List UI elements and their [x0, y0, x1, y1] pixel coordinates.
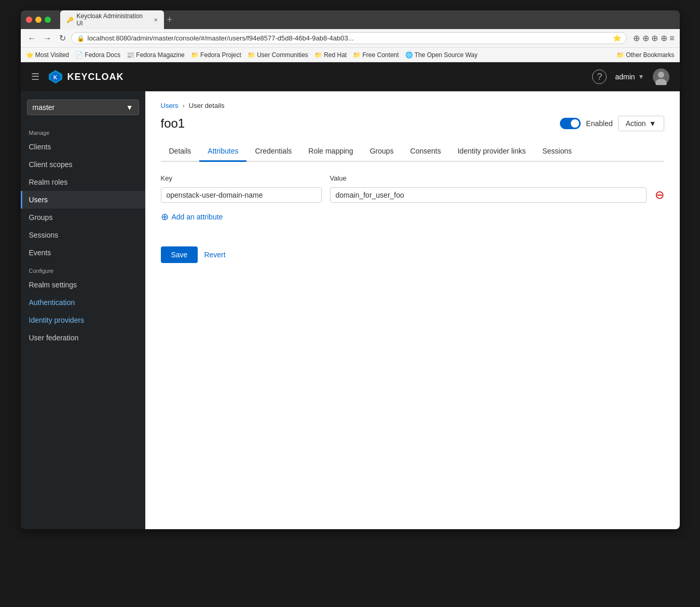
bookmark-free-content[interactable]: 📁 Free Content [353, 51, 399, 59]
attribute-headers: Key Value [161, 174, 664, 182]
groups-label: Groups [29, 213, 53, 222]
delete-icon: ⊖ [655, 188, 664, 202]
tab-groups[interactable]: Groups [362, 142, 402, 162]
tab-consents[interactable]: Consents [402, 142, 449, 162]
bookmark-other[interactable]: 📁 Other Bookmarks [616, 51, 675, 59]
close-button[interactable] [26, 17, 32, 23]
breadcrumb-separator: › [182, 102, 184, 109]
tab-identity-provider-links[interactable]: Identity provider links [449, 142, 534, 162]
app-body: master ▼ Manage Clients Client scopes Re… [21, 91, 680, 529]
svg-point-3 [658, 72, 664, 78]
enabled-label: Enabled [586, 119, 612, 128]
realm-settings-label: Realm settings [29, 281, 77, 289]
tab-consents-label: Consents [410, 147, 441, 155]
user-dropdown-icon: ▼ [638, 73, 644, 80]
enabled-toggle[interactable] [560, 118, 581, 129]
sidebar-item-groups[interactable]: Groups [21, 209, 145, 226]
realm-dropdown-icon: ▼ [126, 103, 133, 112]
value-header: Value [330, 174, 640, 182]
browser-nav: ← → ↻ 🔒 localhost:8080/admin/master/cons… [21, 29, 680, 48]
url-display: localhost:8080/admin/master/console/#/ma… [88, 34, 354, 42]
key-header: Key [161, 174, 322, 182]
browser-tabs: 🔑 Keycloak Administration UI ✕ + [60, 10, 675, 29]
sidebar: master ▼ Manage Clients Client scopes Re… [21, 91, 145, 529]
tab-role-mapping-label: Role mapping [308, 147, 353, 155]
topnav-logo: K KEYCLOAK [48, 69, 124, 85]
clients-label: Clients [29, 143, 51, 151]
user-menu[interactable]: admin ▼ [615, 73, 644, 81]
sidebar-item-events[interactable]: Events [21, 244, 145, 261]
sidebar-item-client-scopes[interactable]: Client scopes [21, 156, 145, 173]
hamburger-menu[interactable]: ☰ [31, 71, 39, 82]
bookmark-open-source[interactable]: 🌐 The Open Source Way [405, 51, 478, 59]
action-dropdown-icon: ▼ [649, 119, 656, 128]
tab-sessions[interactable]: Sessions [534, 142, 580, 162]
enabled-toggle-area: Enabled Action ▼ [560, 116, 664, 131]
tabs: Details Attributes Credentials Role mapp… [161, 142, 664, 162]
help-icon: ? [597, 72, 602, 82]
add-attribute-link[interactable]: ⊕ Add an attribute [161, 211, 664, 223]
tab-credentials[interactable]: Credentials [246, 142, 300, 162]
save-button[interactable]: Save [161, 246, 198, 263]
revert-button[interactable]: Revert [204, 251, 225, 259]
attribute-delete-button[interactable]: ⊖ [655, 188, 664, 202]
sessions-label: Sessions [29, 231, 59, 239]
attribute-value-input[interactable] [330, 187, 647, 203]
bookmark-user-communities[interactable]: 📁 User Communities [248, 51, 308, 59]
logo-text: KEYCLOAK [67, 72, 124, 82]
avatar[interactable] [653, 68, 669, 85]
tab-details[interactable]: Details [161, 142, 200, 162]
help-button[interactable]: ? [592, 70, 607, 84]
user-label: admin [615, 73, 635, 81]
extensions-area: ⊕ ⊕ ⊕ ⊕ ≡ [633, 33, 674, 43]
authentication-label: Authentication [29, 298, 75, 307]
page-header: foo1 Enabled Action ▼ [161, 116, 664, 131]
tab-groups-label: Groups [370, 147, 394, 155]
client-scopes-label: Client scopes [29, 160, 73, 169]
tab-close-icon[interactable]: ✕ [154, 17, 158, 23]
form-actions: Save Revert [161, 238, 664, 263]
maximize-button[interactable] [45, 17, 51, 23]
sidebar-item-clients[interactable]: Clients [21, 138, 145, 156]
bookmarks-bar: ⭐ Most Visited 📄 Fedora Docs 📰 Fedora Ma… [21, 48, 680, 62]
bookmark-red-hat[interactable]: 📁 Red Hat [314, 51, 347, 59]
attribute-key-input[interactable] [161, 187, 322, 203]
content-area: Users › User details foo1 Enabled Action… [145, 91, 680, 529]
active-tab[interactable]: 🔑 Keycloak Administration UI ✕ [60, 10, 164, 29]
avatar-icon [653, 68, 669, 85]
tab-role-mapping[interactable]: Role mapping [300, 142, 361, 162]
minimize-button[interactable] [35, 17, 42, 23]
tab-attributes[interactable]: Attributes [199, 142, 246, 162]
realm-selector[interactable]: master ▼ [27, 100, 139, 115]
sidebar-item-authentication[interactable]: Authentication [21, 294, 145, 311]
keycloak-logo-icon: K [48, 69, 63, 85]
reload-button[interactable]: ↻ [57, 31, 68, 45]
address-bar[interactable]: 🔒 localhost:8080/admin/master/console/#/… [71, 32, 627, 44]
new-tab-button[interactable]: + [167, 15, 173, 25]
configure-section-label: Configure [21, 261, 145, 276]
sidebar-item-realm-settings[interactable]: Realm settings [21, 276, 145, 294]
browser-titlebar: 🔑 Keycloak Administration UI ✕ + [21, 10, 680, 29]
realm-name: master [33, 103, 55, 112]
user-federation-label: User federation [29, 334, 79, 342]
tab-identity-provider-links-label: Identity provider links [458, 147, 526, 155]
add-attribute-icon: ⊕ [161, 211, 169, 223]
bookmark-fedora-magazine[interactable]: 📰 Fedora Magazine [127, 51, 185, 59]
identity-providers-label: Identity providers [29, 316, 85, 324]
action-button[interactable]: Action ▼ [618, 116, 664, 131]
sidebar-item-user-federation[interactable]: User federation [21, 329, 145, 347]
events-label: Events [29, 249, 51, 257]
manage-section-label: Manage [21, 123, 145, 138]
sidebar-item-realm-roles[interactable]: Realm roles [21, 173, 145, 191]
sidebar-item-identity-providers[interactable]: Identity providers [21, 311, 145, 329]
sidebar-item-sessions[interactable]: Sessions [21, 226, 145, 244]
forward-button[interactable]: → [42, 32, 54, 45]
breadcrumb-users-link[interactable]: Users [161, 102, 179, 109]
sidebar-item-users[interactable]: Users [21, 191, 145, 209]
bookmark-most-visited[interactable]: ⭐ Most Visited [26, 51, 69, 59]
bookmark-fedora-docs[interactable]: 📄 Fedora Docs [75, 51, 120, 59]
value-header-label: Value [330, 174, 347, 182]
back-button[interactable]: ← [26, 32, 38, 45]
bookmark-fedora-project[interactable]: 📁 Fedora Project [191, 51, 241, 59]
browser-controls [26, 17, 51, 23]
